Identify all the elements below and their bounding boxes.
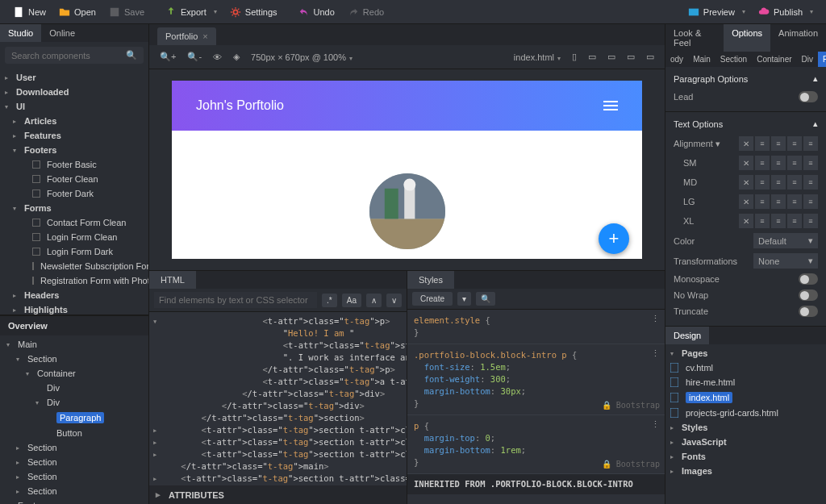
- lead-toggle[interactable]: [799, 91, 818, 102]
- overview-main[interactable]: ▾Main: [0, 337, 148, 352]
- transform-select[interactable]: None▾: [753, 253, 818, 269]
- next-match[interactable]: ∨: [386, 294, 402, 307]
- device-phone-icon[interactable]: ▯: [569, 49, 579, 65]
- align-right-icon[interactable]: ≡: [787, 136, 802, 151]
- overview-section[interactable]: ▸Section: [0, 440, 148, 455]
- component-footers[interactable]: ▾Footers: [0, 143, 148, 157]
- align-md[interactable]: ✕≡≡≡≡: [739, 175, 818, 190]
- html-code[interactable]: ▾ <t-attr">class="t-tag">p> "Hello! I am…: [149, 312, 407, 485]
- zoom-in-icon[interactable]: 🔍+: [157, 49, 178, 65]
- align-sm[interactable]: ✕≡≡≡≡: [739, 156, 818, 170]
- align-center-icon[interactable]: ≡: [771, 136, 786, 151]
- component-footer-dark[interactable]: Footer Dark: [0, 186, 148, 201]
- new-button[interactable]: New: [6, 3, 52, 21]
- overview-paragraph[interactable]: Paragraph: [0, 410, 148, 426]
- save-button[interactable]: Save: [102, 3, 151, 21]
- component-ui[interactable]: ▾UI: [0, 99, 148, 114]
- fab-add-button[interactable]: +: [599, 223, 629, 254]
- component-search-input[interactable]: [11, 51, 126, 60]
- monospace-toggle[interactable]: [799, 273, 818, 285]
- component-login-form-clean[interactable]: Login Form Clean: [0, 230, 148, 244]
- file-tab-portfolio[interactable]: Portfolio ×: [157, 27, 216, 45]
- align-justify-icon[interactable]: ≡: [803, 136, 818, 151]
- overview-section[interactable]: ▸Section: [0, 469, 148, 484]
- overview-container[interactable]: ▾Container: [0, 366, 148, 381]
- tab-design[interactable]: Design: [665, 327, 709, 344]
- component-articles[interactable]: ▸Articles: [0, 114, 148, 128]
- collapse-icon[interactable]: ▴: [813, 73, 818, 84]
- hero-section[interactable]: John's Porftolio: [172, 81, 642, 131]
- overview-div[interactable]: ▾Div: [0, 395, 148, 410]
- design-file-index-html[interactable]: index.html: [665, 389, 826, 406]
- color-select[interactable]: Default▾: [753, 233, 818, 248]
- zoom-info[interactable]: 750px × 670px @ 100%: [248, 50, 355, 65]
- tab-animation[interactable]: Animation: [770, 24, 826, 52]
- create-style-button[interactable]: Create: [412, 292, 453, 306]
- breadcrumb-main[interactable]: Main: [688, 52, 715, 67]
- design-file-hire-me-html[interactable]: hire-me.html: [665, 375, 826, 389]
- design-group-styles[interactable]: ▸Styles: [665, 420, 826, 435]
- overview-footer[interactable]: ▸Footer: [0, 498, 148, 504]
- styles-tab[interactable]: Styles: [407, 271, 454, 289]
- attributes-header[interactable]: ▸ATTRIBUTES: [149, 485, 407, 504]
- design-group-fonts[interactable]: ▸Fonts: [665, 449, 826, 464]
- open-button[interactable]: Open: [52, 3, 102, 21]
- overview-section[interactable]: ▸Section: [0, 455, 148, 469]
- component-login-form-dark[interactable]: Login Form Dark: [0, 244, 148, 259]
- truncate-toggle[interactable]: [799, 306, 818, 317]
- component-newsletter-subscription-form[interactable]: Newsletter Subscription Form: [0, 259, 148, 273]
- component-headers[interactable]: ▸Headers: [0, 288, 148, 302]
- component-downloaded[interactable]: ▸Downloaded: [0, 85, 148, 99]
- canvas[interactable]: John's Porftolio: [172, 81, 642, 259]
- component-registration-form-with-photo[interactable]: Registration Form with Photo: [0, 273, 148, 288]
- undo-button[interactable]: Undo: [292, 3, 341, 21]
- nowrap-toggle[interactable]: [799, 289, 818, 301]
- settings-button[interactable]: Settings: [223, 3, 284, 21]
- alignment-buttons[interactable]: ✕≡≡≡≡: [739, 136, 818, 151]
- breadcrumb-section[interactable]: Section: [715, 52, 752, 67]
- breadcrumb-div[interactable]: Div: [797, 52, 818, 67]
- align-xl[interactable]: ✕≡≡≡≡: [739, 214, 818, 228]
- device-laptop-icon[interactable]: ▭: [605, 49, 618, 65]
- tab-look[interactable]: Look & Feel: [665, 24, 724, 52]
- html-search-input[interactable]: [154, 292, 317, 308]
- overview-button[interactable]: Button: [0, 426, 148, 440]
- zoom-out-icon[interactable]: 🔍-: [185, 49, 204, 65]
- export-button[interactable]: Export: [159, 3, 223, 21]
- rule-menu-icon[interactable]: ⋮: [651, 419, 660, 431]
- style-dropdown[interactable]: ▾: [457, 292, 471, 306]
- component-footer-clean[interactable]: Footer Clean: [0, 172, 148, 186]
- design-group-images[interactable]: ▸Images: [665, 464, 826, 478]
- design-group-javascript[interactable]: ▸JavaScript: [665, 435, 826, 449]
- styles-code[interactable]: element.style {}⋮.portfolio-block.block-…: [407, 310, 665, 504]
- rule-menu-icon[interactable]: ⋮: [651, 313, 660, 325]
- tab-options[interactable]: Options: [724, 24, 770, 52]
- component-footer-basic[interactable]: Footer Basic: [0, 157, 148, 172]
- component-tree[interactable]: ▸User▸Downloaded▾UI▸Articles▸Features▾Fo…: [0, 69, 148, 314]
- rule-menu-icon[interactable]: ⋮: [651, 348, 660, 360]
- hamburger-icon[interactable]: [603, 101, 618, 110]
- align-none[interactable]: ✕: [739, 136, 753, 151]
- redo-button[interactable]: Redo: [341, 3, 390, 21]
- avatar[interactable]: [369, 173, 445, 249]
- component-contact-form-clean[interactable]: Contact Form Clean: [0, 215, 148, 230]
- regex-toggle[interactable]: .*: [322, 294, 337, 307]
- design-file-projects-grid-cards-html[interactable]: projects-grid-cards.html: [665, 406, 826, 420]
- close-icon[interactable]: ×: [202, 31, 207, 41]
- align-left-icon[interactable]: ≡: [755, 136, 770, 151]
- publish-button[interactable]: Publish: [752, 3, 820, 21]
- breadcrumb-paragraph[interactable]: Paragraph: [818, 52, 826, 67]
- component-forms[interactable]: ▾Forms: [0, 201, 148, 215]
- style-search-icon[interactable]: 🔍: [476, 292, 495, 306]
- html-tab[interactable]: HTML: [149, 271, 196, 289]
- overview-section[interactable]: ▾Section: [0, 352, 148, 366]
- tab-online[interactable]: Online: [41, 24, 83, 42]
- device-wide-icon[interactable]: ▭: [644, 49, 657, 65]
- layers-icon[interactable]: ◈: [231, 49, 242, 65]
- device-desktop-icon[interactable]: ▭: [624, 49, 637, 65]
- component-user[interactable]: ▸User: [0, 70, 148, 85]
- breadcrumb[interactable]: odyMainSectionContainerDivParagraph: [665, 52, 826, 67]
- component-highlights[interactable]: ▸Highlights: [0, 302, 148, 314]
- breadcrumb-ody[interactable]: ody: [665, 52, 688, 67]
- overview-section[interactable]: ▸Section: [0, 484, 148, 498]
